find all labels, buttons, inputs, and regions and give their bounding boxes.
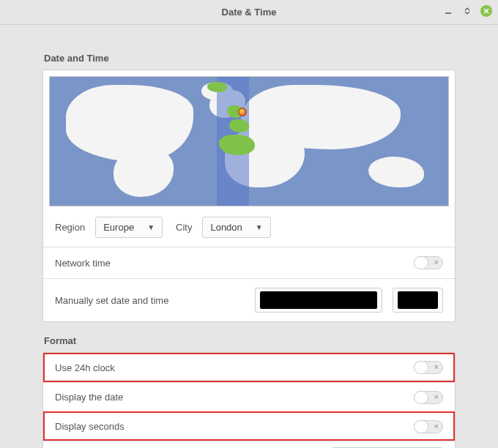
toggle-off-icon: × (434, 258, 439, 266)
time-field[interactable] (393, 288, 443, 313)
display-seconds-row: Display seconds × (43, 411, 455, 441)
display-date-toggle[interactable]: × (414, 391, 443, 404)
toggle-off-icon: × (434, 422, 439, 430)
city-label: City (176, 222, 192, 233)
location-pin-icon (238, 108, 247, 116)
display-seconds-label: Display seconds (55, 421, 124, 432)
toggle-off-icon: × (434, 362, 439, 371)
maximize-button[interactable] (461, 5, 473, 17)
use-24h-row: Use 24h clock × (43, 353, 455, 382)
network-time-row: Network time × (43, 247, 455, 278)
display-seconds-toggle[interactable]: × (414, 420, 443, 433)
titlebar: Date & Time (0, 0, 498, 25)
caret-down-icon: ▼ (147, 223, 155, 231)
city-dropdown[interactable]: London ▼ (202, 217, 270, 238)
window-controls (442, 5, 492, 17)
region-label: Region (55, 222, 85, 233)
toggle-off-icon: × (434, 392, 439, 401)
manual-datetime-label: Manually set date and time (55, 295, 168, 306)
timezone-map[interactable] (49, 76, 449, 206)
caret-down-icon: ▼ (256, 223, 263, 231)
display-date-row: Display the date × (43, 382, 455, 411)
first-day-row: First day of week Use locale default ▼ (43, 441, 455, 448)
date-field[interactable] (255, 288, 382, 313)
format-panel: Use 24h clock × Display the date × Displ… (42, 352, 456, 448)
use-24h-toggle[interactable]: × (414, 361, 443, 374)
manual-datetime-row: Manually set date and time (43, 278, 455, 321)
format-section-title: Format (44, 335, 456, 346)
datetime-section-title: Date and Time (44, 53, 456, 64)
region-value: Europe (103, 222, 134, 233)
map-container (43, 70, 455, 206)
window-title: Date & Time (222, 7, 277, 18)
region-city-row: Region Europe ▼ City London ▼ (43, 206, 455, 247)
network-time-toggle[interactable]: × (414, 256, 443, 269)
datetime-panel: Region Europe ▼ City London ▼ Network ti… (42, 70, 456, 322)
content-area: Date and Time Re (0, 25, 498, 448)
city-value: London (210, 222, 242, 233)
minimize-button[interactable] (442, 5, 454, 17)
network-time-label: Network time (55, 258, 111, 269)
region-dropdown[interactable]: Europe ▼ (95, 217, 163, 238)
display-date-label: Display the date (55, 392, 123, 403)
close-button[interactable] (480, 5, 492, 17)
use-24h-label: Use 24h clock (55, 362, 115, 373)
